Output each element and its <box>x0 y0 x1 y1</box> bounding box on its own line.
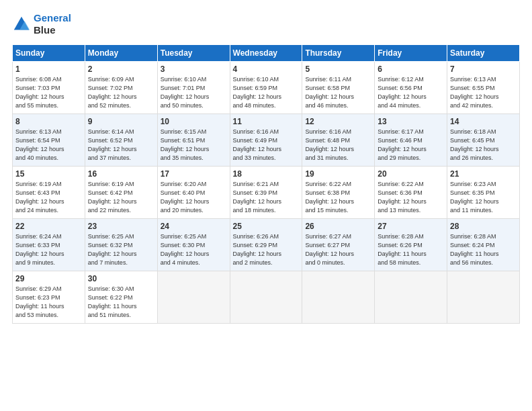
day-info: Sunrise: 6:13 AM Sunset: 6:55 PM Dayligh… <box>450 75 517 110</box>
day-info: Sunrise: 6:28 AM Sunset: 6:24 PM Dayligh… <box>450 232 517 267</box>
day-info: Sunrise: 6:08 AM Sunset: 7:03 PM Dayligh… <box>15 75 82 110</box>
calendar-week-4: 29 Sunrise: 6:29 AM Sunset: 6:23 PM Dayl… <box>13 271 520 324</box>
calendar-cell: 3 Sunrise: 6:10 AM Sunset: 7:01 PM Dayli… <box>157 62 230 114</box>
day-number: 25 <box>233 222 300 231</box>
calendar-cell: 28 Sunrise: 6:28 AM Sunset: 6:24 PM Dayl… <box>447 219 520 271</box>
day-number: 8 <box>15 117 82 126</box>
day-info: Sunrise: 6:12 AM Sunset: 6:56 PM Dayligh… <box>378 75 444 110</box>
calendar-cell <box>230 271 302 324</box>
calendar-cell: 29 Sunrise: 6:29 AM Sunset: 6:23 PM Dayl… <box>13 271 85 324</box>
day-number: 15 <box>15 169 82 179</box>
calendar-cell: 24 Sunrise: 6:25 AM Sunset: 6:30 PM Dayl… <box>157 219 230 271</box>
calendar-cell: 30 Sunrise: 6:30 AM Sunset: 6:22 PM Dayl… <box>85 271 157 324</box>
calendar-cell: 21 Sunrise: 6:23 AM Sunset: 6:35 PM Dayl… <box>447 167 520 219</box>
day-info: Sunrise: 6:25 AM Sunset: 6:32 PM Dayligh… <box>88 232 154 267</box>
calendar-cell: 6 Sunrise: 6:12 AM Sunset: 6:56 PM Dayli… <box>375 62 447 114</box>
weekday-header-wednesday: Wednesday <box>230 45 302 62</box>
day-number: 9 <box>88 117 154 126</box>
page: General Blue SundayMondayTuesdayWednesda… <box>0 0 532 330</box>
weekday-header-monday: Monday <box>85 45 157 62</box>
calendar-cell <box>375 271 447 324</box>
calendar-week-3: 22 Sunrise: 6:24 AM Sunset: 6:33 PM Dayl… <box>13 219 520 271</box>
day-info: Sunrise: 6:16 AM Sunset: 6:49 PM Dayligh… <box>233 128 300 163</box>
calendar-cell: 9 Sunrise: 6:14 AM Sunset: 6:52 PM Dayli… <box>85 114 157 167</box>
day-number: 6 <box>378 64 444 74</box>
calendar-cell: 17 Sunrise: 6:20 AM Sunset: 6:40 PM Dayl… <box>157 167 230 219</box>
weekday-header-sunday: Sunday <box>13 45 85 62</box>
calendar-cell: 12 Sunrise: 6:16 AM Sunset: 6:48 PM Dayl… <box>302 114 375 167</box>
day-number: 13 <box>378 117 444 126</box>
calendar-week-1: 8 Sunrise: 6:13 AM Sunset: 6:54 PM Dayli… <box>13 114 520 167</box>
day-info: Sunrise: 6:28 AM Sunset: 6:26 PM Dayligh… <box>378 232 444 267</box>
day-info: Sunrise: 6:10 AM Sunset: 7:01 PM Dayligh… <box>161 75 227 110</box>
calendar-cell: 15 Sunrise: 6:19 AM Sunset: 6:43 PM Dayl… <box>13 167 85 219</box>
day-number: 22 <box>15 222 82 231</box>
calendar-cell: 11 Sunrise: 6:16 AM Sunset: 6:49 PM Dayl… <box>230 114 302 167</box>
day-info: Sunrise: 6:22 AM Sunset: 6:36 PM Dayligh… <box>378 180 444 215</box>
day-info: Sunrise: 6:17 AM Sunset: 6:46 PM Dayligh… <box>378 128 444 163</box>
calendar-cell: 1 Sunrise: 6:08 AM Sunset: 7:03 PM Dayli… <box>13 62 85 114</box>
day-number: 17 <box>161 169 227 179</box>
calendar-cell: 19 Sunrise: 6:22 AM Sunset: 6:38 PM Dayl… <box>302 167 375 219</box>
day-info: Sunrise: 6:13 AM Sunset: 6:54 PM Dayligh… <box>15 128 82 163</box>
calendar-cell <box>447 271 520 324</box>
day-info: Sunrise: 6:21 AM Sunset: 6:39 PM Dayligh… <box>233 180 300 215</box>
day-number: 26 <box>305 222 371 231</box>
logo: General Blue <box>12 12 71 36</box>
day-info: Sunrise: 6:20 AM Sunset: 6:40 PM Dayligh… <box>161 180 227 215</box>
calendar-cell: 25 Sunrise: 6:26 AM Sunset: 6:29 PM Dayl… <box>230 219 302 271</box>
day-number: 18 <box>233 169 300 179</box>
calendar-cell: 16 Sunrise: 6:19 AM Sunset: 6:42 PM Dayl… <box>85 167 157 219</box>
day-info: Sunrise: 6:11 AM Sunset: 6:58 PM Dayligh… <box>305 75 371 110</box>
calendar-cell: 27 Sunrise: 6:28 AM Sunset: 6:26 PM Dayl… <box>375 219 447 271</box>
day-info: Sunrise: 6:30 AM Sunset: 6:22 PM Dayligh… <box>88 285 154 320</box>
day-number: 20 <box>378 169 444 179</box>
day-number: 4 <box>233 64 300 74</box>
day-info: Sunrise: 6:23 AM Sunset: 6:35 PM Dayligh… <box>450 180 517 215</box>
day-number: 19 <box>305 169 371 179</box>
day-number: 21 <box>450 169 517 179</box>
day-number: 14 <box>450 117 517 126</box>
day-info: Sunrise: 6:25 AM Sunset: 6:30 PM Dayligh… <box>161 232 227 267</box>
weekday-header-tuesday: Tuesday <box>157 45 230 62</box>
day-info: Sunrise: 6:19 AM Sunset: 6:43 PM Dayligh… <box>15 180 82 215</box>
logo-icon <box>12 15 31 34</box>
day-number: 23 <box>88 222 154 231</box>
day-number: 3 <box>161 64 227 74</box>
weekday-header-row: SundayMondayTuesdayWednesdayThursdayFrid… <box>13 45 520 62</box>
day-info: Sunrise: 6:22 AM Sunset: 6:38 PM Dayligh… <box>305 180 371 215</box>
calendar-week-0: 1 Sunrise: 6:08 AM Sunset: 7:03 PM Dayli… <box>13 62 520 114</box>
calendar-week-2: 15 Sunrise: 6:19 AM Sunset: 6:43 PM Dayl… <box>13 167 520 219</box>
day-info: Sunrise: 6:14 AM Sunset: 6:52 PM Dayligh… <box>88 128 154 163</box>
calendar-cell: 13 Sunrise: 6:17 AM Sunset: 6:46 PM Dayl… <box>375 114 447 167</box>
calendar-cell: 8 Sunrise: 6:13 AM Sunset: 6:54 PM Dayli… <box>13 114 85 167</box>
day-info: Sunrise: 6:18 AM Sunset: 6:45 PM Dayligh… <box>450 128 517 163</box>
day-number: 29 <box>15 274 82 283</box>
calendar-cell: 23 Sunrise: 6:25 AM Sunset: 6:32 PM Dayl… <box>85 219 157 271</box>
calendar-cell <box>157 271 230 324</box>
day-number: 16 <box>88 169 154 179</box>
day-number: 1 <box>15 64 82 74</box>
day-number: 30 <box>88 274 154 283</box>
calendar-cell: 2 Sunrise: 6:09 AM Sunset: 7:02 PM Dayli… <box>85 62 157 114</box>
calendar-cell: 22 Sunrise: 6:24 AM Sunset: 6:33 PM Dayl… <box>13 219 85 271</box>
day-info: Sunrise: 6:27 AM Sunset: 6:27 PM Dayligh… <box>305 232 371 267</box>
day-info: Sunrise: 6:24 AM Sunset: 6:33 PM Dayligh… <box>15 232 82 267</box>
weekday-header-thursday: Thursday <box>302 45 375 62</box>
day-number: 2 <box>88 64 154 74</box>
day-info: Sunrise: 6:26 AM Sunset: 6:29 PM Dayligh… <box>233 232 300 267</box>
day-number: 5 <box>305 64 371 74</box>
calendar-cell: 5 Sunrise: 6:11 AM Sunset: 6:58 PM Dayli… <box>302 62 375 114</box>
day-number: 28 <box>450 222 517 231</box>
day-info: Sunrise: 6:29 AM Sunset: 6:23 PM Dayligh… <box>15 285 82 320</box>
logo-text: General Blue <box>34 12 71 36</box>
calendar-cell: 20 Sunrise: 6:22 AM Sunset: 6:36 PM Dayl… <box>375 167 447 219</box>
day-info: Sunrise: 6:09 AM Sunset: 7:02 PM Dayligh… <box>88 75 154 110</box>
weekday-header-friday: Friday <box>375 45 447 62</box>
day-info: Sunrise: 6:16 AM Sunset: 6:48 PM Dayligh… <box>305 128 371 163</box>
day-number: 11 <box>233 117 300 126</box>
calendar-cell: 10 Sunrise: 6:15 AM Sunset: 6:51 PM Dayl… <box>157 114 230 167</box>
day-info: Sunrise: 6:19 AM Sunset: 6:42 PM Dayligh… <box>88 180 154 215</box>
header: General Blue <box>12 12 520 36</box>
calendar-cell: 4 Sunrise: 6:10 AM Sunset: 6:59 PM Dayli… <box>230 62 302 114</box>
